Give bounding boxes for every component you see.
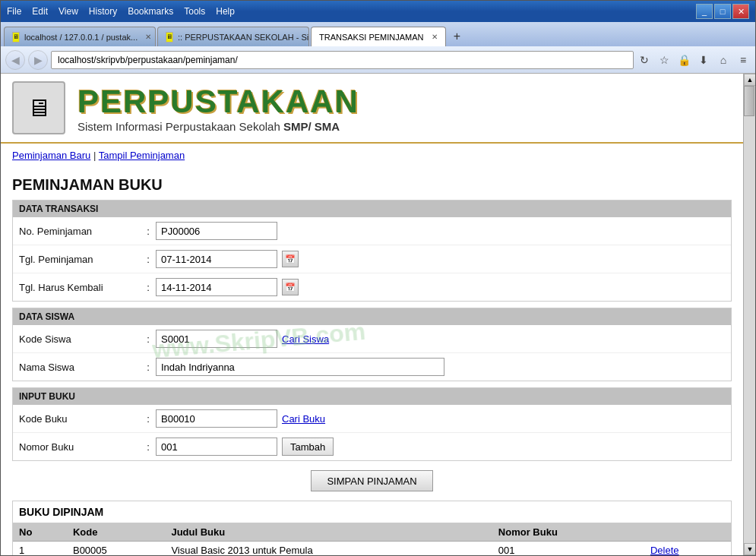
- tab-3[interactable]: TRANSAKSI PEMINJAMAN ✕: [311, 27, 446, 46]
- tgl-kembali-calendar-icon[interactable]: 📅: [282, 279, 299, 295]
- page-inner: 🖥 PERPUSTAKAAN Sistem Informasi Perpusta…: [1, 74, 743, 555]
- kode-siswa-label: Kode Siswa: [19, 333, 141, 345]
- menu-view[interactable]: View: [59, 6, 78, 17]
- lock-icon[interactable]: 🔒: [676, 52, 691, 68]
- title-bar: File Edit View History Bookmarks Tools H…: [1, 1, 755, 22]
- colon-3: :: [141, 282, 156, 293]
- tab-1-label: localhost / 127.0.0.1 / pustak...: [24, 33, 138, 42]
- menu-file[interactable]: File: [7, 6, 21, 17]
- kode-buku-row: Kode Buku : Cari Buku: [13, 405, 731, 433]
- cell-kode: B00005: [67, 542, 165, 556]
- col-judul: Judul Buku: [165, 523, 492, 542]
- nomor-buku-input[interactable]: [156, 438, 277, 456]
- minimize-button[interactable]: _: [696, 4, 713, 19]
- nav-bar: ◀ ▶ ↻ ☆ 🔒 ⬇ ⌂ ≡: [1, 46, 755, 74]
- col-kode: Kode: [67, 523, 165, 542]
- tgl-peminjaman-calendar-icon[interactable]: 📅: [282, 251, 299, 267]
- buku-dipinjam-table: No Kode Judul Buku Nomor Buku 1 B00005 V…: [13, 523, 731, 555]
- forward-button[interactable]: ▶: [28, 50, 48, 70]
- menu-edit[interactable]: Edit: [32, 6, 48, 17]
- col-nomor: Nomor Buku: [492, 523, 644, 542]
- kode-buku-input[interactable]: [156, 409, 277, 428]
- page-title: PEMINJAMAN BUKU: [1, 167, 743, 200]
- menu-bookmarks[interactable]: Bookmarks: [128, 6, 173, 17]
- col-no: No: [13, 523, 67, 542]
- colon-6: :: [141, 413, 156, 425]
- siswa-header: DATA SISWA: [13, 308, 731, 325]
- site-title-area: PERPUSTAKAAN Sistem Informasi Perpustaka…: [77, 84, 359, 133]
- address-bar[interactable]: [51, 51, 634, 69]
- tab-2-label: :: PERPUSTAKAAN SEKOLAH - Sist...: [178, 33, 309, 42]
- nomor-buku-label: Nomor Buku: [19, 441, 141, 453]
- menu-icon[interactable]: ≡: [735, 52, 751, 68]
- colon-1: :: [141, 226, 156, 237]
- tab-1-close[interactable]: ✕: [145, 33, 151, 41]
- buku-dipinjam-section: BUKU DIPINJAM No Kode Judul Buku Nomor B…: [12, 501, 732, 555]
- nav-separator: |: [93, 150, 99, 161]
- tgl-kembali-input[interactable]: [156, 278, 277, 296]
- menu-tools[interactable]: Tools: [184, 6, 205, 17]
- subtitle-bold: SMP/ SMA: [283, 120, 340, 133]
- maximize-button[interactable]: □: [714, 4, 731, 19]
- kode-buku-label: Kode Buku: [19, 413, 141, 425]
- kode-buku-value: Cari Buku: [156, 409, 325, 428]
- peminjaman-baru-link[interactable]: Peminjaman Baru: [12, 150, 90, 161]
- data-siswa-section: DATA SISWA Kode Siswa : Cari Siswa Nama …: [12, 308, 732, 381]
- tgl-peminjaman-label: Tgl. Peminjaman: [19, 254, 141, 265]
- cell-judul: Visual Basic 2013 untuk Pemula: [165, 542, 492, 556]
- tgl-kembali-value: 📅: [156, 278, 299, 296]
- tampil-peminjaman-link[interactable]: Tampil Peminjaman: [99, 150, 185, 161]
- simpan-pinjaman-button[interactable]: SIMPAN PINJAMAN: [311, 470, 432, 491]
- back-button[interactable]: ◀: [5, 50, 25, 70]
- tab-2[interactable]: 🖥 :: PERPUSTAKAAN SEKOLAH - Sist... ✕: [157, 27, 309, 46]
- close-button[interactable]: ✕: [732, 4, 749, 19]
- scrollbar[interactable]: ▲ ▼: [743, 74, 755, 555]
- window-controls: _ □ ✕: [696, 4, 749, 19]
- cari-buku-link[interactable]: Cari Buku: [282, 413, 325, 425]
- refresh-icon[interactable]: ↻: [637, 52, 652, 68]
- scroll-up-button[interactable]: ▲: [744, 74, 755, 86]
- table-header-row: No Kode Judul Buku Nomor Buku: [13, 523, 731, 542]
- bookmark-star-icon[interactable]: ☆: [656, 52, 672, 68]
- tambah-button[interactable]: Tambah: [282, 438, 334, 456]
- table-title: BUKU DIPINJAM: [13, 501, 731, 523]
- delete-link[interactable]: Delete: [650, 545, 679, 555]
- kode-siswa-row: Kode Siswa : Cari Siswa: [13, 325, 731, 353]
- colon-5: :: [141, 362, 156, 373]
- new-tab-button[interactable]: +: [448, 27, 467, 46]
- input-buku-section: INPUT BUKU Kode Buku : Cari Buku Nomor B…: [12, 387, 732, 461]
- scroll-track[interactable]: [744, 86, 755, 543]
- nama-siswa-input[interactable]: [156, 358, 444, 376]
- menu-history[interactable]: History: [89, 6, 117, 17]
- home-icon[interactable]: ⌂: [716, 52, 731, 68]
- tab-1-favicon: 🖥: [12, 32, 20, 43]
- no-peminjaman-row: No. Peminjaman :: [13, 217, 731, 245]
- tgl-kembali-row: Tgl. Harus Kembali : 📅: [13, 273, 731, 301]
- cell-nomor: 001: [492, 542, 644, 556]
- colon-4: :: [141, 333, 156, 345]
- site-title: PERPUSTAKAAN: [77, 84, 359, 120]
- tgl-peminjaman-input[interactable]: [156, 250, 277, 268]
- kode-siswa-value: Cari Siswa: [156, 330, 329, 348]
- cari-siswa-link[interactable]: Cari Siswa: [282, 333, 329, 345]
- menu-bar: File Edit View History Bookmarks Tools H…: [7, 6, 691, 17]
- nav-icons: ↻ ☆ 🔒 ⬇ ⌂ ≡: [637, 52, 751, 68]
- tab-2-favicon: 🖥: [166, 32, 173, 43]
- breadcrumb-nav: Peminjaman Baru | Tampil Peminjaman: [1, 144, 743, 167]
- col-action: [644, 523, 731, 542]
- kode-siswa-input[interactable]: [156, 330, 277, 348]
- menu-help[interactable]: Help: [216, 6, 235, 17]
- subtitle-plain: Sistem Informasi Perpustakaan Sekolah: [77, 120, 283, 133]
- tgl-peminjaman-value: 📅: [156, 250, 299, 268]
- no-peminjaman-label: No. Peminjaman: [19, 226, 141, 237]
- no-peminjaman-input[interactable]: [156, 222, 277, 240]
- site-logo: 🖥: [12, 81, 65, 134]
- scroll-down-button[interactable]: ▼: [744, 543, 755, 555]
- tab-3-close[interactable]: ✕: [432, 33, 438, 41]
- tab-1[interactable]: 🖥 localhost / 127.0.0.1 / pustak... ✕: [4, 27, 156, 46]
- tgl-kembali-label: Tgl. Harus Kembali: [19, 282, 141, 293]
- download-icon[interactable]: ⬇: [696, 52, 711, 68]
- scroll-thumb[interactable]: [744, 86, 754, 116]
- tab-3-label: TRANSAKSI PEMINJAMAN: [319, 33, 424, 42]
- colon-2: :: [141, 254, 156, 265]
